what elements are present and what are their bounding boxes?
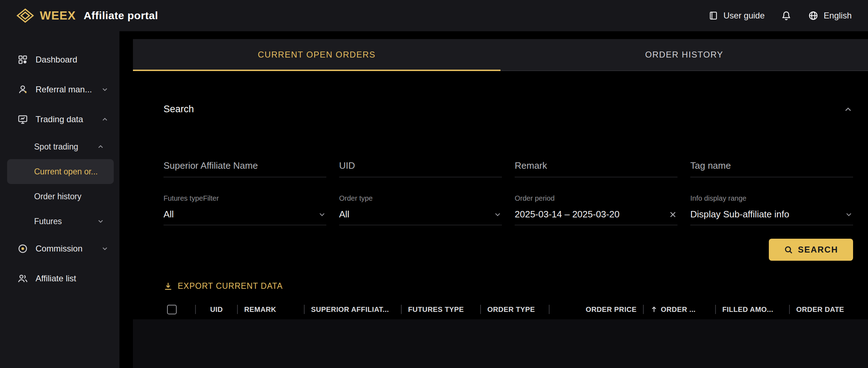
order-period-label: Order period — [515, 194, 677, 202]
book-icon — [708, 11, 718, 21]
sidebar-item-label: Commission — [36, 244, 94, 254]
chevron-down-icon — [493, 210, 502, 219]
brand[interactable]: WEEX — [16, 8, 76, 23]
tag-name-field-wrap — [690, 160, 853, 177]
futures-type-select[interactable]: All — [164, 209, 326, 225]
current-open-orders-panel: Search — [133, 71, 868, 368]
order-type-field-wrap: Order type All — [339, 194, 502, 225]
column-header-order-type: ORDER TYPE — [487, 305, 542, 314]
weex-logo-icon — [16, 8, 34, 23]
main-content: CURRENT OPEN ORDERS ORDER HISTORY Search — [119, 31, 868, 368]
topbar: WEEX Affiliate portal User guide — [0, 0, 868, 31]
chevron-up-icon — [97, 143, 105, 151]
people-icon — [17, 273, 28, 284]
search-icon — [784, 245, 793, 254]
language-label: English — [824, 11, 852, 21]
tab-order-history[interactable]: ORDER HISTORY — [500, 39, 868, 70]
column-divider — [195, 305, 196, 314]
chevron-up-icon — [101, 115, 109, 123]
chevron-down-icon — [318, 210, 326, 219]
table-header: UID REMARK SUPERIOR AFFILIAT... FUTURES … — [164, 299, 853, 319]
sidebar-item-spot-trading[interactable]: Spot trading — [7, 134, 114, 159]
chevron-down-icon — [97, 217, 105, 225]
user-guide-label: User guide — [723, 11, 765, 21]
column-header-order-amount: ORDER ... — [650, 305, 709, 314]
column-divider — [549, 305, 550, 314]
superior-affiliate-name-input[interactable] — [164, 160, 326, 177]
order-type-value: All — [339, 209, 349, 220]
order-type-label: Order type — [339, 194, 502, 202]
column-divider — [789, 305, 790, 314]
info-display-range-label: Info display range — [690, 194, 853, 202]
table-body-empty — [133, 319, 868, 368]
sidebar-item-futures[interactable]: Futures — [7, 209, 114, 234]
collapse-search-button[interactable] — [843, 104, 853, 114]
order-period-value: 2025-03-14 – 2025-03-20 — [515, 209, 620, 220]
export-label: EXPORT CURRENT DATA — [178, 281, 283, 291]
user-guide-button[interactable]: User guide — [708, 11, 765, 21]
export-current-data-button[interactable]: EXPORT CURRENT DATA — [164, 281, 283, 291]
bell-icon — [781, 10, 792, 21]
sidebar-item-label: Current open or... — [34, 167, 105, 177]
futures-type-field-wrap: Futures typeFilter All — [164, 194, 326, 225]
monitor-chart-icon — [17, 114, 28, 125]
tab-current-open-orders[interactable]: CURRENT OPEN ORDERS — [133, 39, 500, 70]
column-header-order-amount-label: ORDER ... — [661, 305, 696, 314]
remark-field-wrap — [515, 160, 677, 177]
sidebar-item-dashboard[interactable]: Dashboard — [0, 45, 119, 75]
column-divider — [480, 305, 481, 314]
download-icon — [164, 282, 173, 291]
search-button[interactable]: SEARCH — [769, 239, 853, 261]
sidebar-item-current-open-orders[interactable]: Current open or... — [7, 159, 114, 184]
column-header-futures-type: FUTURES TYPE — [408, 305, 474, 314]
coin-icon — [17, 243, 28, 254]
info-display-range-value: Display Sub-affiliate info — [690, 209, 789, 220]
column-header-order-date: ORDER DATE — [796, 305, 853, 314]
column-header-order-price: ORDER PRICE — [569, 305, 637, 314]
column-divider — [715, 305, 716, 314]
sidebar-item-label: Affiliate list — [36, 274, 109, 283]
order-period-field-wrap: Order period 2025-03-14 – 2025-03-20 — [515, 194, 677, 225]
order-period-picker[interactable]: 2025-03-14 – 2025-03-20 — [515, 209, 677, 225]
sidebar-item-referral-management[interactable]: Referral man... — [0, 75, 119, 104]
sidebar-item-label: Order history — [34, 192, 105, 201]
superior-affiliate-name-field-wrap — [164, 160, 326, 177]
sidebar-item-label: Referral man... — [36, 85, 94, 94]
language-selector[interactable]: English — [808, 10, 852, 21]
sidebar-item-label: Futures — [34, 217, 97, 226]
column-header-superior-affiliate: SUPERIOR AFFILIAT... — [311, 305, 395, 314]
sidebar-item-label: Spot trading — [34, 142, 97, 152]
column-header-filled-amount: FILLED AMO... — [722, 305, 783, 314]
search-section-title: Search — [164, 104, 194, 115]
tag-name-input[interactable] — [690, 160, 853, 177]
info-display-range-select[interactable]: Display Sub-affiliate info — [690, 209, 853, 225]
select-all-checkbox[interactable] — [167, 305, 177, 314]
sidebar-item-affiliate-list[interactable]: Affiliate list — [0, 264, 119, 293]
info-display-range-field-wrap: Info display range Display Sub-affiliate… — [690, 194, 853, 225]
column-header-uid: UID — [202, 305, 231, 314]
column-divider — [643, 305, 644, 314]
dashboard-grid-icon — [17, 54, 28, 65]
notifications-button[interactable] — [781, 10, 792, 21]
chevron-down-icon — [101, 245, 109, 253]
sidebar-item-trading-data[interactable]: Trading data — [0, 104, 119, 134]
sidebar-item-commission[interactable]: Commission — [0, 234, 119, 264]
column-divider — [304, 305, 305, 314]
uid-field-wrap — [339, 160, 502, 177]
search-button-label: SEARCH — [798, 245, 838, 255]
futures-type-label: Futures typeFilter — [164, 194, 326, 202]
sort-ascending-icon[interactable] — [650, 305, 658, 313]
sidebar-item-order-history[interactable]: Order history — [7, 184, 114, 209]
sidebar-item-label: Dashboard — [36, 55, 109, 65]
globe-icon — [808, 10, 819, 21]
chevron-down-icon — [845, 210, 853, 219]
column-divider — [237, 305, 238, 314]
order-type-select[interactable]: All — [339, 209, 502, 225]
sidebar: Dashboard Referral man... — [0, 31, 119, 368]
chevron-down-icon — [101, 86, 109, 93]
clear-date-icon[interactable] — [668, 210, 677, 219]
remark-input[interactable] — [515, 160, 677, 177]
brand-name: WEEX — [40, 9, 76, 22]
uid-input[interactable] — [339, 160, 502, 177]
person-icon — [17, 84, 28, 95]
